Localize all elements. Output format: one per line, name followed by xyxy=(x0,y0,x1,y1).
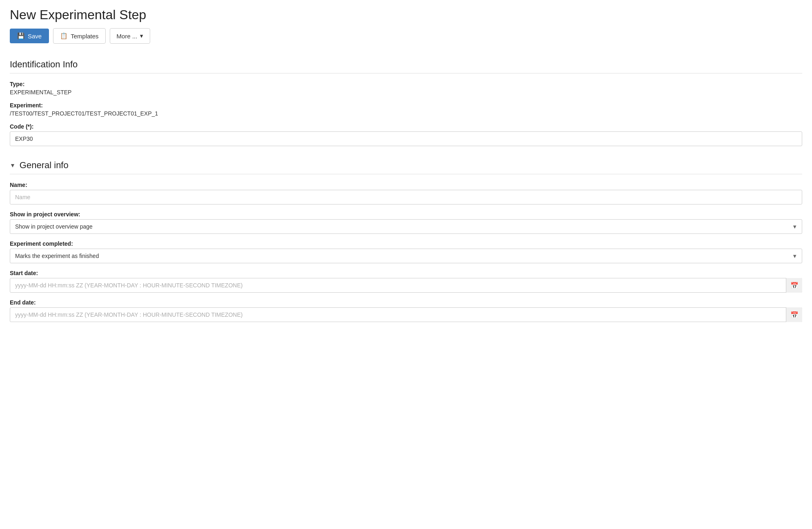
end-date-label: End date: xyxy=(10,299,802,306)
show-in-project-select-wrapper: Show in project overview page Hide from … xyxy=(10,219,802,234)
end-date-field-group: End date: 📅 xyxy=(10,299,802,322)
type-field-group: Type: EXPERIMENTAL_STEP xyxy=(10,81,802,96)
general-section-title: General info xyxy=(20,160,69,171)
code-label: Code (*): xyxy=(10,123,802,130)
name-input[interactable] xyxy=(10,190,802,204)
more-label: More ... xyxy=(117,33,138,40)
toolbar: 💾 Save 📋 Templates More ... ▾ xyxy=(10,28,802,44)
general-section: ▼ General info Name: Show in project ove… xyxy=(10,156,802,322)
end-date-input[interactable] xyxy=(10,307,802,322)
chevron-down-icon: ▾ xyxy=(140,32,143,40)
identification-section: Identification Info Type: EXPERIMENTAL_S… xyxy=(10,55,802,146)
chevron-down-icon: ▼ xyxy=(10,162,16,169)
more-button[interactable]: More ... ▾ xyxy=(110,28,151,44)
experiment-completed-select[interactable]: Marks the experiment as finished Does no… xyxy=(10,249,802,263)
calendar-icon: 📅 xyxy=(790,311,799,319)
experiment-completed-select-wrapper: Marks the experiment as finished Does no… xyxy=(10,249,802,263)
start-date-field-group: Start date: 📅 xyxy=(10,270,802,293)
save-icon: 💾 xyxy=(17,32,25,40)
code-input[interactable] xyxy=(10,131,802,146)
general-section-header[interactable]: ▼ General info xyxy=(10,156,802,174)
experiment-value: /TEST00/TEST_PROJECT01/TEST_PROJECT01_EX… xyxy=(10,110,158,117)
code-field-group: Code (*): xyxy=(10,123,802,146)
end-date-input-wrapper: 📅 xyxy=(10,307,802,322)
experiment-completed-label: Experiment completed: xyxy=(10,240,802,247)
show-in-project-select[interactable]: Show in project overview page Hide from … xyxy=(10,219,802,234)
name-field-group: Name: xyxy=(10,182,802,204)
end-date-calendar-button[interactable]: 📅 xyxy=(786,307,802,322)
show-in-project-label: Show in project overview: xyxy=(10,211,802,218)
templates-icon: 📋 xyxy=(60,32,68,40)
experiment-completed-field-group: Experiment completed: Marks the experime… xyxy=(10,240,802,263)
page-container: New Experimental Step 💾 Save 📋 Templates… xyxy=(0,0,812,529)
start-date-input-wrapper: 📅 xyxy=(10,278,802,293)
experiment-label: Experiment: xyxy=(10,102,802,109)
save-button[interactable]: 💾 Save xyxy=(10,29,49,43)
calendar-icon: 📅 xyxy=(790,282,799,289)
page-title: New Experimental Step xyxy=(10,7,802,22)
type-label: Type: xyxy=(10,81,802,87)
type-value: EXPERIMENTAL_STEP xyxy=(10,89,71,96)
name-label: Name: xyxy=(10,182,802,188)
templates-label: Templates xyxy=(71,33,98,40)
start-date-input[interactable] xyxy=(10,278,802,293)
save-label: Save xyxy=(28,33,42,40)
show-in-project-field-group: Show in project overview: Show in projec… xyxy=(10,211,802,234)
identification-section-title: Identification Info xyxy=(10,55,802,73)
start-date-calendar-button[interactable]: 📅 xyxy=(786,278,802,293)
start-date-label: Start date: xyxy=(10,270,802,276)
templates-button[interactable]: 📋 Templates xyxy=(53,28,105,44)
experiment-field-group: Experiment: /TEST00/TEST_PROJECT01/TEST_… xyxy=(10,102,802,117)
